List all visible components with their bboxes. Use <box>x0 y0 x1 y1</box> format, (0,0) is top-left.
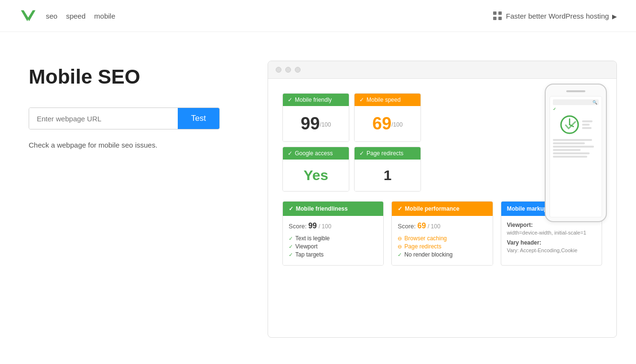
clock-icon <box>559 114 580 135</box>
markup-body: Viewport: width=device-width, initial-sc… <box>501 216 602 263</box>
performance-warn-0: ⊖Browser caching <box>398 235 486 242</box>
friendliness-body: Score: 99 / 100 ✓Text is legible ✓Viewpo… <box>283 216 383 265</box>
page-redirects-check-icon: ✓ <box>359 150 364 157</box>
right-panel: ✓ Mobile friendly 99/100 ✓ Mobile speed <box>268 61 617 338</box>
performance-score-line: Score: 69 / 100 <box>398 222 486 230</box>
mobile-friendliness-header: ✓ Mobile friendliness <box>283 202 383 216</box>
mobile-speed-denom: /100 <box>391 121 402 128</box>
grid-icon <box>493 11 502 21</box>
header-right: Faster better WordPress hosting ▶ <box>493 11 617 21</box>
promo-text: Faster better WordPress hosting <box>506 12 609 20</box>
nav-mobile[interactable]: mobile <box>94 12 115 20</box>
browser-dot-3 <box>295 67 301 73</box>
mobile-speed-score: 69 <box>372 114 391 133</box>
mobile-speed-card: ✓ Mobile speed 69/100 <box>354 93 421 142</box>
browser-toolbar <box>268 61 616 79</box>
google-access-header: ✓ Google access <box>283 147 349 160</box>
mobile-performance-card: ✓ Mobile performance Score: 69 / 100 ⊖Br… <box>391 201 493 266</box>
mobile-friendly-header: ✓ Mobile friendly <box>283 94 349 106</box>
friendliness-item-2: ✓Tap targets <box>289 251 377 258</box>
page-title: Mobile SEO <box>29 65 248 88</box>
mobile-performance-header: ✓ Mobile performance <box>392 202 492 216</box>
page-redirects-card: ✓ Page redirects 1 <box>354 147 421 192</box>
main-nav: seo speed mobile <box>46 12 115 20</box>
friendliness-check-icon: ✓ <box>289 205 293 212</box>
mobile-friendly-score: 99 <box>301 114 320 133</box>
viewport-label: Viewport: <box>507 222 596 228</box>
performance-score-value: 69 <box>418 222 426 230</box>
main-content: Mobile SEO Test Check a webpage for mobi… <box>0 32 636 357</box>
page-redirects-value: 1 <box>384 167 392 183</box>
browser-dot-1 <box>276 67 281 73</box>
mobile-friendly-check-icon: ✓ <box>288 96 292 103</box>
nav-speed[interactable]: speed <box>66 12 86 20</box>
markup-label-text: Mobile markup <box>507 205 548 212</box>
browser-frame: ✓ Mobile friendly 99/100 ✓ Mobile speed <box>268 61 617 338</box>
promo-arrow: ▶ <box>610 13 617 20</box>
friendliness-score-value: 99 <box>308 222 317 230</box>
google-access-label: Google access <box>295 150 333 157</box>
svg-rect-2 <box>498 11 502 15</box>
svg-rect-3 <box>493 17 496 20</box>
performance-score-denom: / 100 <box>428 223 441 230</box>
mobile-speed-check-icon: ✓ <box>359 96 364 103</box>
svg-rect-1 <box>493 11 496 15</box>
performance-body: Score: 69 / 100 ⊖Browser caching ⊖Page r… <box>392 216 492 265</box>
google-access-card: ✓ Google access Yes <box>282 147 349 192</box>
header: seo speed mobile Faster better WordPress… <box>0 0 636 32</box>
google-access-body: Yes <box>283 160 349 191</box>
performance-check-icon: ✓ <box>398 205 402 212</box>
page-redirects-label: Page redirects <box>367 150 403 157</box>
mobile-friendly-card: ✓ Mobile friendly 99/100 <box>282 93 349 142</box>
page-redirects-body: 1 <box>355 160 420 191</box>
mobile-friendly-body: 99/100 <box>283 106 349 141</box>
mobile-friendliness-card: ✓ Mobile friendliness Score: 99 / 100 ✓T… <box>282 201 384 266</box>
svg-marker-0 <box>21 11 35 21</box>
performance-score-label: Score: <box>398 223 416 230</box>
friendliness-score-denom: / 100 <box>319 223 332 230</box>
browser-dot-2 <box>285 67 291 73</box>
mobile-speed-body: 69/100 <box>355 106 420 141</box>
header-left: seo speed mobile <box>19 7 115 25</box>
logo-icon <box>19 7 37 25</box>
friendliness-label: Mobile friendliness <box>296 205 348 212</box>
performance-warn-1: ⊖Page redirects <box>398 243 486 250</box>
nav-seo[interactable]: seo <box>46 12 57 20</box>
phone-content-lines <box>553 139 599 158</box>
google-access-value: Yes <box>303 167 328 183</box>
phone-screen: 🔍 ✓ <box>550 96 602 217</box>
phone-search-bar: 🔍 <box>553 99 599 105</box>
friendliness-score-label: Score: <box>289 223 307 230</box>
viewport-value: width=device-width, initial-scale=1 <box>507 230 596 236</box>
phone-mockup: 🔍 ✓ <box>545 84 607 222</box>
mobile-speed-header: ✓ Mobile speed <box>355 94 420 106</box>
friendliness-item-0: ✓Text is legible <box>289 235 377 242</box>
mobile-friendly-denom: /100 <box>320 121 331 128</box>
url-input-row: Test <box>29 107 220 129</box>
test-button[interactable]: Test <box>178 108 219 129</box>
friendliness-item-1: ✓Viewport <box>289 243 377 250</box>
url-input[interactable] <box>29 108 178 129</box>
phone-check-icon: ✓ <box>553 107 556 111</box>
clock-area <box>553 114 599 135</box>
vary-value: Vary: Accept-Encoding,Cookie <box>507 247 596 253</box>
phone-speaker <box>566 90 585 92</box>
vary-label: Vary header: <box>507 239 596 246</box>
left-panel: Mobile SEO Test Check a webpage for mobi… <box>29 61 248 338</box>
description: Check a webpage for mobile seo issues. <box>29 141 248 149</box>
promo-link[interactable]: Faster better WordPress hosting ▶ <box>506 12 617 20</box>
performance-label: Mobile performance <box>405 205 459 212</box>
mobile-speed-label: Mobile speed <box>367 96 400 103</box>
performance-ok-0: ✓No render blocking <box>398 251 486 258</box>
mobile-friendly-label: Mobile friendly <box>295 96 332 103</box>
google-access-check-icon: ✓ <box>288 150 292 157</box>
page-redirects-header: ✓ Page redirects <box>355 147 420 160</box>
friendliness-score-line: Score: 99 / 100 <box>289 222 377 230</box>
browser-content: ✓ Mobile friendly 99/100 ✓ Mobile speed <box>268 79 616 201</box>
svg-rect-4 <box>498 17 502 20</box>
score-cards-grid: ✓ Mobile friendly 99/100 ✓ Mobile speed <box>282 93 421 192</box>
